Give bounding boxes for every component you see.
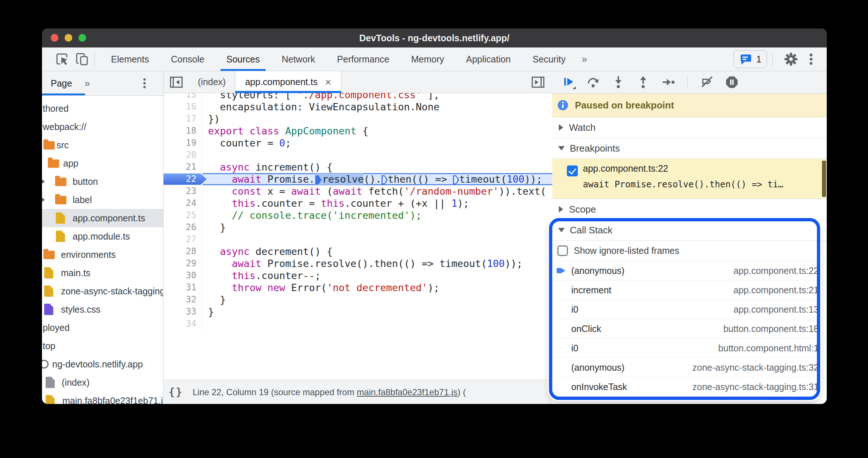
file-tree-item[interactable]: label [42,191,163,209]
frame-location[interactable]: button.component.html:1 [718,343,819,354]
file-tree-item[interactable]: thored [42,99,163,118]
pretty-print-icon[interactable]: {} [169,386,183,398]
inspect-element-icon[interactable] [55,52,70,66]
line-number[interactable]: 17 [164,113,203,125]
tab-security[interactable]: Security [522,47,576,71]
section-call-stack[interactable]: Call Stack [552,220,827,241]
file-tree-item[interactable]: top [42,337,163,355]
more-sidebar-tabs-button[interactable]: » [84,78,90,89]
frame-location[interactable]: app.component.ts:13 [734,304,819,315]
close-tab-icon[interactable]: × [325,77,331,88]
tab-application[interactable]: Application [455,47,522,71]
tab-console[interactable]: Console [160,47,215,71]
file-tree-item[interactable]: app.component.ts [42,209,163,227]
settings-gear-icon[interactable] [784,52,798,66]
callstack-frame[interactable]: i0button.component.html:1 [552,339,827,358]
line-number[interactable]: 27 [164,233,203,245]
chevron-right-icon[interactable] [42,197,45,203]
minimize-window-button[interactable] [65,34,72,42]
issues-button[interactable]: 1 [733,50,767,68]
editor-tab-index[interactable]: (index) [188,71,235,93]
file-tree-item[interactable]: button [42,172,163,191]
step-over-icon[interactable] [587,75,600,89]
breakpoint-entry[interactable]: app.component.ts:22 await Promise.resolv… [552,159,827,199]
file-tree-item[interactable]: main.fa8bfa0e23f1eb71.js [42,392,163,404]
frame-location[interactable]: button.component.ts:18 [723,324,819,334]
source-map-link[interactable]: main.fa8bfa0e23f1eb71.js [357,387,457,397]
line-number[interactable]: 30 [164,270,203,282]
callstack-frame[interactable]: onInvokeTaskzone-async-stack-tagging.ts:… [552,377,827,397]
breakpoint-checkbox[interactable] [567,165,578,176]
line-number[interactable]: 28 [164,245,203,257]
line-number[interactable]: 32 [164,294,203,306]
async-step-marker-icon[interactable] [381,175,388,184]
file-tree-item[interactable]: ployed [42,318,163,337]
tab-memory[interactable]: Memory [400,47,455,71]
show-debugger-panel-icon[interactable] [525,71,550,93]
editor-tab-app-component[interactable]: app.component.ts × [235,71,341,93]
tab-sources[interactable]: Sources [215,47,271,71]
tab-performance[interactable]: Performance [326,47,400,71]
close-window-button[interactable] [51,34,58,42]
tab-elements[interactable]: Elements [100,47,160,71]
file-tree-item[interactable]: ng-devtools.netlify.app [42,355,163,373]
file-tree-item[interactable]: styles.css [42,300,163,318]
kebab-menu-icon[interactable] [804,52,818,66]
line-number[interactable]: 16 [164,101,203,113]
tab-network[interactable]: Network [271,47,326,71]
section-breakpoints[interactable]: Breakpoints [552,138,827,159]
file-tree-item[interactable]: main.ts [42,264,163,282]
show-navigator-icon[interactable] [164,71,188,93]
scrollbar-thumb[interactable] [822,161,826,197]
async-step-marker-icon[interactable] [453,175,459,184]
frame-location[interactable]: app.component.ts:21 [734,285,819,295]
step-icon[interactable] [661,75,675,89]
resume-script-icon[interactable] [562,75,576,89]
file-tree-item[interactable]: app [42,154,163,172]
more-panels-button[interactable]: » [576,54,592,65]
callstack-frame[interactable]: (anonymous)app.component.ts:22 [552,261,827,280]
line-number[interactable]: 24 [164,197,203,209]
file-tree-item[interactable]: src [42,136,163,154]
callstack-frame[interactable]: incrementapp.component.ts:21 [552,280,827,300]
tab-page[interactable]: Page [51,78,72,89]
section-watch[interactable]: Watch [552,117,827,138]
line-number[interactable]: 34 [164,318,203,330]
pause-on-exceptions-icon[interactable] [725,75,739,89]
file-tree-item[interactable]: environments [42,245,163,264]
line-number[interactable]: 25 [164,209,203,221]
line-number[interactable]: 18 [164,125,203,137]
frame-location[interactable]: zone-async-stack-tagging.ts:31 [692,382,819,392]
line-number[interactable]: 20 [164,149,203,161]
frame-location[interactable]: app.component.ts:22 [734,266,819,276]
show-ignore-listed-checkbox[interactable] [557,245,568,256]
device-toolbar-icon[interactable] [75,52,89,66]
frame-location[interactable]: zone-async-stack-tagging.ts:32 [692,362,819,373]
callstack-frame[interactable]: (anonymous)zone-async-stack-tagging.ts:3… [552,358,827,377]
file-tree-item[interactable]: (index) [42,373,163,392]
line-number[interactable]: 23 [164,185,203,197]
maximize-window-button[interactable] [78,34,86,42]
deactivate-breakpoints-icon[interactable] [700,75,714,89]
section-scope[interactable]: Scope [552,199,827,220]
show-ignore-listed-frames-row[interactable]: Show ignore-listed frames [552,241,827,261]
line-number[interactable]: 22 [164,173,203,185]
step-out-icon[interactable] [636,75,650,89]
file-tree-item[interactable]: webpack:// [42,118,163,136]
callstack-frame[interactable]: onClickbutton.component.ts:18 [552,319,827,339]
callstack-frame[interactable]: i0app.component.ts:13 [552,300,827,319]
line-number[interactable]: 33 [164,306,203,318]
step-into-icon[interactable] [611,75,625,89]
line-number[interactable]: 26 [164,221,203,233]
code-viewport[interactable]: 15 styleUrls: [ './app.component.css' ],… [164,93,552,380]
line-number[interactable]: 29 [164,257,203,270]
sidebar-kebab-menu-icon[interactable] [138,77,151,89]
file-tree-item[interactable]: app.module.ts [42,227,163,245]
line-number[interactable]: 19 [164,137,203,149]
line-number[interactable]: 31 [164,282,203,294]
file-tree-item[interactable]: zone-async-stack-tagging.ts [42,282,163,300]
line-number[interactable]: 15 [164,93,203,101]
chevron-right-icon[interactable] [42,179,45,184]
line-number[interactable]: 21 [164,161,203,173]
async-step-marker-icon[interactable] [315,175,322,184]
